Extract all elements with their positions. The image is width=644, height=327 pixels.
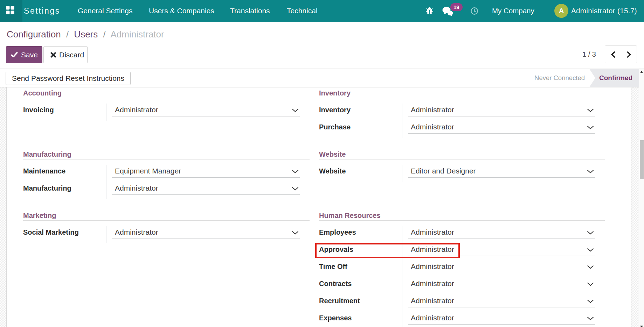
select-expenses[interactable]: Administrator bbox=[408, 312, 595, 325]
select-recruitment[interactable]: Administrator bbox=[408, 294, 595, 307]
select-manufacturing[interactable]: Administrator bbox=[112, 182, 300, 195]
company-switcher[interactable]: My Company bbox=[492, 0, 534, 22]
field-row-manufacturing: ManufacturingAdministrator bbox=[23, 182, 310, 199]
vertical-scrollbar[interactable] bbox=[639, 69, 644, 327]
caret-down-icon bbox=[587, 299, 594, 303]
discard-button[interactable]: Discard bbox=[43, 46, 88, 63]
menu-technical[interactable]: Technical bbox=[287, 0, 318, 22]
menu-general-settings[interactable]: General Settings bbox=[78, 0, 132, 22]
field-row-recruitment: RecruitmentAdministrator bbox=[319, 294, 605, 312]
breadcrumb-configuration[interactable]: Configuration bbox=[7, 29, 61, 40]
field-label-invoicing: Invoicing bbox=[23, 104, 106, 121]
field-row-inventory: InventoryAdministrator bbox=[319, 104, 605, 121]
field-label-time-off: Time Off bbox=[319, 260, 402, 277]
select-value: Administrator bbox=[115, 106, 158, 114]
field-label-approvals: Approvals bbox=[319, 243, 402, 260]
send-password-reset-button[interactable]: Send Password Reset Instructions bbox=[6, 72, 131, 85]
activities-clock-icon[interactable] bbox=[470, 7, 478, 15]
select-value: Administrator bbox=[411, 123, 454, 131]
user-menu[interactable]: Administrator (15.7) bbox=[571, 0, 637, 22]
chevron-right-icon bbox=[627, 51, 631, 58]
scrollbar-up-arrow-icon[interactable] bbox=[640, 71, 643, 73]
scrollbar-thumb[interactable] bbox=[640, 140, 644, 179]
times-icon bbox=[50, 52, 56, 58]
pager-next-button[interactable] bbox=[621, 46, 637, 63]
field-row-expenses: ExpensesAdministrator bbox=[319, 312, 605, 327]
select-value: Administrator bbox=[411, 106, 454, 114]
form-column-right: Inventory InventoryAdministratorPurchase… bbox=[319, 87, 605, 327]
select-invoicing[interactable]: Administrator bbox=[112, 104, 300, 116]
save-button[interactable]: Save bbox=[6, 46, 42, 63]
caret-down-icon bbox=[587, 170, 594, 173]
select-inventory[interactable]: Administrator bbox=[408, 104, 595, 116]
field-row-social-marketing: Social MarketingAdministrator bbox=[23, 226, 310, 243]
pager bbox=[605, 45, 637, 63]
group-human-resources: Human Resources EmployeesAdministratorAp… bbox=[319, 212, 605, 327]
group-title: Human Resources bbox=[319, 212, 605, 221]
app-name[interactable]: Settings bbox=[24, 0, 60, 22]
caret-down-icon bbox=[587, 126, 594, 129]
status-confirmed[interactable]: Confirmed bbox=[589, 69, 639, 87]
group-manufacturing: Manufacturing MaintenanceEquipment Manag… bbox=[23, 150, 310, 199]
pager-previous-button[interactable] bbox=[605, 46, 621, 63]
breadcrumb-users[interactable]: Users bbox=[74, 29, 98, 40]
select-social-marketing[interactable]: Administrator bbox=[112, 226, 300, 239]
field-label-social-marketing: Social Marketing bbox=[23, 226, 106, 243]
field-row-website: WebsiteEditor and Designer bbox=[319, 165, 605, 182]
field-row-invoicing: InvoicingAdministrator bbox=[23, 104, 310, 121]
odoo-settings-window: Settings General Settings Users & Compan… bbox=[0, 0, 644, 327]
group-title: Marketing bbox=[23, 212, 310, 221]
select-purchase[interactable]: Administrator bbox=[408, 121, 595, 134]
caret-down-icon bbox=[587, 282, 594, 286]
select-value: Administrator bbox=[411, 245, 454, 253]
discard-button-label: Discard bbox=[59, 51, 84, 59]
group-website: Website WebsiteEditor and Designer bbox=[319, 150, 605, 182]
debug-bug-icon[interactable] bbox=[425, 7, 434, 15]
field-row-contracts: ContractsAdministrator bbox=[319, 277, 605, 294]
scrollbar-down-arrow-icon[interactable] bbox=[640, 326, 643, 327]
save-button-label: Save bbox=[21, 51, 38, 59]
caret-down-icon bbox=[587, 231, 594, 235]
group-inventory: Inventory InventoryAdministratorPurchase… bbox=[319, 89, 605, 138]
breadcrumb-current: Administrator bbox=[111, 29, 164, 40]
select-website[interactable]: Editor and Designer bbox=[408, 165, 595, 178]
field-row-approvals: ApprovalsAdministrator bbox=[319, 243, 605, 260]
select-employees[interactable]: Administrator bbox=[408, 226, 595, 239]
field-label-contracts: Contracts bbox=[319, 277, 402, 294]
caret-down-icon bbox=[587, 265, 594, 269]
caret-down-icon bbox=[292, 231, 299, 235]
apps-menu-button[interactable] bbox=[0, 0, 22, 22]
menu-users-companies[interactable]: Users & Companies bbox=[149, 0, 214, 22]
form-column-left: Accounting InvoicingAdministrator Manufa… bbox=[23, 87, 310, 327]
select-time-off[interactable]: Administrator bbox=[408, 260, 595, 273]
group-title: Manufacturing bbox=[23, 150, 310, 159]
form-statusbar: Send Password Reset Instructions Never C… bbox=[0, 69, 639, 87]
form-view: Send Password Reset Instructions Never C… bbox=[0, 69, 644, 327]
select-value: Administrator bbox=[411, 262, 454, 270]
breadcrumb-separator: / bbox=[66, 29, 69, 40]
select-value: Administrator bbox=[411, 279, 454, 287]
field-row-maintenance: MaintenanceEquipment Manager bbox=[23, 165, 310, 182]
group-accounting: Accounting InvoicingAdministrator bbox=[23, 89, 310, 121]
field-row-employees: EmployeesAdministrator bbox=[319, 226, 605, 243]
status-never-connected[interactable]: Never Connected bbox=[534, 69, 589, 87]
caret-down-icon bbox=[292, 170, 299, 173]
field-label-website: Website bbox=[319, 165, 402, 182]
select-maintenance[interactable]: Equipment Manager bbox=[112, 165, 300, 178]
group-title: Accounting bbox=[23, 89, 310, 98]
chevron-left-icon bbox=[611, 51, 615, 58]
field-label-maintenance: Maintenance bbox=[23, 165, 106, 182]
messages-count-badge[interactable]: 19 bbox=[450, 3, 463, 11]
select-contracts[interactable]: Administrator bbox=[408, 277, 595, 290]
user-avatar[interactable]: A bbox=[554, 4, 568, 18]
select-value: Administrator bbox=[411, 228, 454, 236]
field-row-purchase: PurchaseAdministrator bbox=[319, 121, 605, 138]
field-row-time-off: Time OffAdministrator bbox=[319, 260, 605, 277]
menu-translations[interactable]: Translations bbox=[230, 0, 270, 22]
check-icon bbox=[11, 52, 18, 58]
group-title: Inventory bbox=[319, 89, 605, 98]
form-sheet: Accounting InvoicingAdministrator Manufa… bbox=[6, 87, 631, 327]
caret-down-icon bbox=[292, 187, 299, 191]
select-approvals[interactable]: Administrator bbox=[408, 243, 595, 256]
select-value: Equipment Manager bbox=[115, 167, 181, 175]
